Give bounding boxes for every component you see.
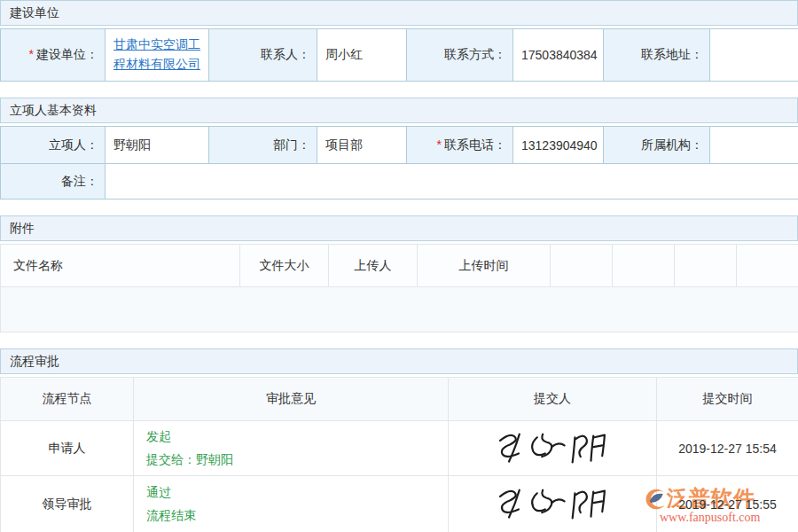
attachments-col-uploader: 上传人 [329, 245, 418, 287]
section-construction-unit: 建设单位 *建设单位： 甘肃中实空调工程材料有限公司 联系人： 周小红 联系方式… [0, 0, 798, 82]
opinion-line-2: 流程结束 [146, 505, 447, 528]
opinion-line-1: 通过 [146, 481, 447, 505]
approval-submitter-signature [449, 476, 657, 532]
field-value-phone: 13123904940 [513, 127, 604, 164]
signature-image [492, 486, 613, 523]
field-label-contact-person: 联系人： [209, 29, 317, 82]
construction-unit-table: *建设单位： 甘肃中实空调工程材料有限公司 联系人： 周小红 联系方式： 175… [0, 28, 798, 82]
field-label-contact-address: 联系地址： [604, 29, 710, 82]
section-header-construction-unit: 建设单位 [0, 0, 798, 26]
field-label-phone: *联系电话： [407, 127, 513, 164]
approval-node: 领导审批 [1, 476, 134, 532]
signature-image [492, 430, 613, 467]
section-header-attachments: 附件 [0, 215, 798, 241]
initiator-info-table: 立项人： 野朝阳 部门： 项目部 *联系电话： 13123904940 所属机构… [0, 126, 798, 200]
form-page: 建设单位 *建设单位： 甘肃中实空调工程材料有限公司 联系人： 周小红 联系方式… [0, 0, 798, 532]
section-title: 建设单位 [10, 5, 59, 21]
approval-submit-time: 2019-12-27 15:55 [657, 476, 798, 532]
field-value-construction-unit: 甘肃中实空调工程材料有限公司 [106, 29, 209, 82]
field-label-construction-unit: *建设单位： [1, 29, 106, 82]
section-title: 立项人基本资料 [10, 103, 97, 119]
section-title: 附件 [10, 221, 35, 237]
approval-col-opinion: 审批意见 [134, 378, 449, 421]
field-value-organization [710, 127, 798, 164]
section-title: 流程审批 [10, 354, 59, 370]
approval-row-leader: 领导审批 通过 流程结束 [1, 476, 798, 532]
approval-col-submit-time: 提交时间 [657, 378, 798, 421]
approval-submitter-signature [449, 421, 657, 476]
attachments-col-empty [551, 245, 613, 287]
approval-opinion: 通过 流程结束 [134, 476, 449, 532]
section-initiator-info: 立项人基本资料 立项人： 野朝阳 部门： 项目部 *联系电话： 13123904… [0, 98, 798, 200]
approval-opinion: 发起 提交给：野朝阳 [134, 421, 449, 476]
field-label-initiator: 立项人： [1, 127, 106, 164]
field-value-initiator: 野朝阳 [106, 127, 209, 164]
field-label-contact-method: 联系方式： [407, 29, 513, 82]
field-value-contact-address [710, 29, 798, 82]
opinion-line-1: 发起 [146, 426, 447, 449]
field-label-remark: 备注： [1, 164, 106, 200]
approval-row-applicant: 申请人 发起 提交给：野朝阳 [1, 421, 798, 476]
approval-col-submitter: 提交人 [449, 378, 657, 421]
opinion-line-2: 提交给：野朝阳 [146, 449, 447, 472]
required-marker: * [29, 47, 34, 61]
section-header-approval-flow: 流程审批 [0, 348, 798, 374]
field-value-department: 项目部 [317, 127, 407, 164]
attachments-col-file-name: 文件名称 [1, 245, 240, 287]
attachments-empty-body [1, 287, 798, 332]
field-value-contact-person: 周小红 [317, 29, 407, 82]
attachments-col-upload-time: 上传时间 [418, 245, 551, 287]
approval-flow-table: 流程节点 审批意见 提交人 提交时间 申请人 发起 提交给：野朝阳 [0, 377, 798, 532]
field-label-department: 部门： [209, 127, 317, 164]
company-link[interactable]: 甘肃中实空调工程材料有限公司 [113, 35, 205, 74]
attachments-col-empty [675, 245, 737, 287]
attachments-col-empty [737, 245, 798, 287]
attachments-col-file-size: 文件大小 [240, 245, 329, 287]
section-approval-flow: 流程审批 流程节点 审批意见 提交人 提交时间 申请人 发起 提交给：野朝阳 [0, 348, 798, 532]
approval-node: 申请人 [1, 421, 134, 476]
section-attachments: 附件 文件名称 文件大小 上传人 上传时间 [0, 215, 798, 332]
required-marker: * [437, 137, 442, 152]
attachments-table: 文件名称 文件大小 上传人 上传时间 [0, 244, 798, 332]
field-value-contact-method: 17503840384 [513, 29, 604, 82]
field-label-organization: 所属机构： [604, 127, 710, 164]
approval-submit-time: 2019-12-27 15:54 [657, 421, 798, 476]
attachments-col-empty [613, 245, 675, 287]
approval-col-node: 流程节点 [1, 378, 134, 421]
section-header-initiator-info: 立项人基本资料 [0, 98, 798, 123]
field-value-remark [106, 164, 798, 200]
